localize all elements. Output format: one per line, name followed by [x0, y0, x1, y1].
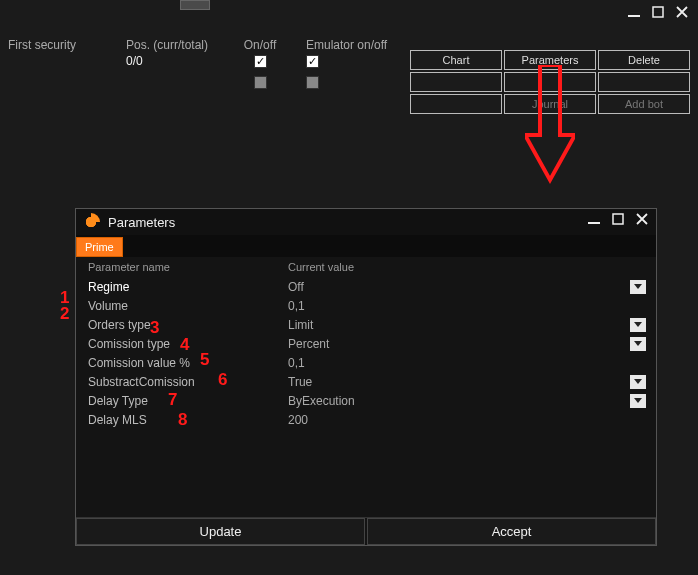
- param-row: Delay TypeByExecution: [88, 391, 650, 410]
- param-header-value: Current value: [288, 261, 650, 273]
- update-button[interactable]: Update: [76, 518, 365, 545]
- dropdown-icon[interactable]: [630, 280, 646, 294]
- svg-rect-2: [588, 222, 600, 224]
- dropdown-icon[interactable]: [630, 318, 646, 332]
- dropdown-icon[interactable]: [630, 394, 646, 408]
- checkbox-icon[interactable]: [306, 55, 319, 68]
- grid-empty-r2c1[interactable]: [410, 72, 502, 92]
- param-row: Orders typeLimit: [88, 315, 650, 334]
- maximize-icon[interactable]: [652, 6, 664, 18]
- dialog-tabstrip: Prime: [76, 235, 656, 257]
- app-logo-icon: [82, 213, 100, 231]
- param-name: Regime: [88, 280, 288, 294]
- param-row: Comission value %0,1: [88, 353, 650, 372]
- param-name: SubstractComission: [88, 375, 288, 389]
- dropdown-icon[interactable]: [630, 375, 646, 389]
- param-grid-header: Parameter name Current value: [76, 257, 656, 277]
- action-button-grid: Chart Parameters Delete Journal Add bot: [410, 50, 690, 114]
- dropdown-icon[interactable]: [630, 337, 646, 351]
- param-header-name: Parameter name: [88, 261, 288, 273]
- add-bot-button[interactable]: Add bot: [598, 94, 690, 114]
- window-drag-handle[interactable]: [180, 0, 210, 10]
- dialog-titlebar: Parameters: [76, 209, 656, 235]
- svg-rect-0: [628, 15, 640, 17]
- param-name: Delay MLS: [88, 413, 288, 427]
- grid-empty-r2c2[interactable]: [504, 72, 596, 92]
- param-name: Comission value %: [88, 356, 288, 370]
- dialog-window-controls: [588, 213, 648, 225]
- param-name: Volume: [88, 299, 288, 313]
- param-value[interactable]: Limit: [288, 318, 630, 332]
- journal-button[interactable]: Journal: [504, 94, 596, 114]
- param-value[interactable]: True: [288, 375, 630, 389]
- close-icon[interactable]: [636, 213, 648, 225]
- value-first-security: [0, 52, 120, 70]
- annotation-2: 2: [60, 304, 69, 324]
- svg-rect-1: [653, 7, 663, 17]
- checkbox-icon[interactable]: [254, 55, 267, 68]
- close-icon[interactable]: [676, 6, 688, 18]
- param-grid: RegimeOffVolume0,1Orders typeLimitComiss…: [76, 277, 656, 517]
- param-row: Volume0,1: [88, 296, 650, 315]
- chart-button[interactable]: Chart: [410, 50, 502, 70]
- parameters-button[interactable]: Parameters: [504, 50, 596, 70]
- grid-empty-r2c3[interactable]: [598, 72, 690, 92]
- maximize-icon[interactable]: [612, 213, 624, 225]
- emulator-checkbox-1: [300, 52, 400, 70]
- svg-rect-3: [613, 214, 623, 224]
- param-value[interactable]: 0,1: [288, 299, 650, 313]
- value-pos: 0/0: [120, 52, 220, 70]
- accept-button[interactable]: Accept: [367, 518, 656, 545]
- onoff-checkbox-2: [220, 74, 300, 94]
- parameters-dialog: Parameters Prime Parameter name Current …: [75, 208, 657, 546]
- delete-button[interactable]: Delete: [598, 50, 690, 70]
- grid-empty-r3c1[interactable]: [410, 94, 502, 114]
- param-row: RegimeOff: [88, 277, 650, 296]
- annotation-1: 1: [60, 288, 69, 308]
- param-value[interactable]: ByExecution: [288, 394, 630, 408]
- param-name: Orders type: [88, 318, 288, 332]
- param-row: Delay MLS200: [88, 410, 650, 429]
- param-name: Delay Type: [88, 394, 288, 408]
- onoff-checkbox-1: [220, 52, 300, 70]
- param-name: Comission type: [88, 337, 288, 351]
- minimize-icon[interactable]: [588, 213, 600, 225]
- param-row: Comission typePercent: [88, 334, 650, 353]
- window-controls: [628, 6, 688, 18]
- dialog-footer: Update Accept: [76, 517, 656, 545]
- dialog-title: Parameters: [108, 215, 175, 230]
- param-row: SubstractComissionTrue: [88, 372, 650, 391]
- param-value[interactable]: Percent: [288, 337, 630, 351]
- checkbox-icon[interactable]: [254, 76, 267, 89]
- minimize-icon[interactable]: [628, 6, 640, 18]
- param-value[interactable]: 0,1: [288, 356, 650, 370]
- param-value[interactable]: 200: [288, 413, 650, 427]
- emulator-checkbox-2: [300, 74, 400, 94]
- checkbox-icon[interactable]: [306, 76, 319, 89]
- param-value[interactable]: Off: [288, 280, 630, 294]
- tab-prime[interactable]: Prime: [76, 237, 123, 257]
